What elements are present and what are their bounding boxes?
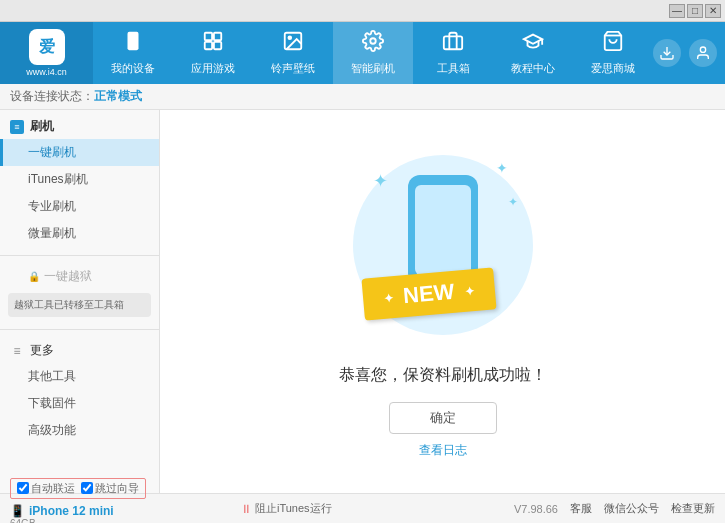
nav-items: 我的设备 应用游戏 铃声壁纸 智能刷机 工具箱 <box>93 22 653 84</box>
title-bar: — □ ✕ <box>0 0 725 22</box>
wechat-link[interactable]: 微信公众号 <box>604 501 659 516</box>
sidebar-flash-label: 刷机 <box>30 118 54 135</box>
stop-icon: ⏸ <box>240 502 252 516</box>
micro-label: 微量刷机 <box>28 226 76 240</box>
auto-connect-input[interactable] <box>17 482 29 494</box>
device-info: 📱 iPhone 12 mini 64GB Down-12mini-13,1 <box>10 504 146 524</box>
logo-icon: 爱 <box>29 29 65 65</box>
tutorial-icon <box>522 30 544 57</box>
logo-url: www.i4.cn <box>26 67 67 77</box>
sidebar-divider-1 <box>0 255 159 256</box>
jailbreak-label: 一键越狱 <box>44 268 92 285</box>
nav-tutorial[interactable]: 教程中心 <box>493 22 573 84</box>
device-storage: 64GB <box>10 518 146 524</box>
sidebar-jailbreak-section: 🔒 一键越狱 越狱工具已转移至工具箱 <box>0 260 159 325</box>
sidebar-jailbreak-header: 🔒 一键越狱 <box>0 264 159 289</box>
phone-small-icon: 📱 <box>10 504 25 518</box>
phone-icon <box>122 30 144 57</box>
sidebar-item-itunes[interactable]: iTunes刷机 <box>0 166 159 193</box>
svg-rect-4 <box>205 42 212 49</box>
success-illustration: ✦ ✦ ✦ NEW <box>343 145 543 345</box>
nav-app-game-label: 应用游戏 <box>191 61 235 76</box>
skip-wizard-label: 跳过向导 <box>95 481 139 496</box>
download-button[interactable] <box>653 39 681 67</box>
nav-right-buttons <box>653 39 725 67</box>
store-icon <box>602 30 624 57</box>
nav-my-device[interactable]: 我的设备 <box>93 22 173 84</box>
svg-rect-0 <box>128 32 139 50</box>
sparkle-icon-3: ✦ <box>508 195 518 209</box>
skip-wizard-input[interactable] <box>81 482 93 494</box>
sidebar-divider-2 <box>0 329 159 330</box>
bottom-bar: 自动联运 跳过向导 📱 iPhone 12 mini 64GB Down-12m… <box>0 493 725 523</box>
nav-store[interactable]: 爱思商城 <box>573 22 653 84</box>
nav-toolbox[interactable]: 工具箱 <box>413 22 493 84</box>
confirm-button[interactable]: 确定 <box>389 402 497 434</box>
auto-connect-checkbox[interactable]: 自动联运 <box>17 481 75 496</box>
logo-area[interactable]: 爱 www.i4.cn <box>0 22 93 84</box>
check-update-link[interactable]: 检查更新 <box>671 501 715 516</box>
stop-itunes-button[interactable]: ⏸ 阻止iTunes运行 <box>240 501 332 516</box>
view-log-link[interactable]: 查看日志 <box>419 442 467 459</box>
sidebar-flash-section: ≡ 刷机 一键刷机 iTunes刷机 专业刷机 微量刷机 <box>0 110 159 251</box>
device-name: iPhone 12 mini <box>29 504 114 518</box>
bottom-right: V7.98.66 客服 微信公众号 检查更新 <box>514 501 715 516</box>
close-button[interactable]: ✕ <box>705 4 721 18</box>
nav-app-game[interactable]: 应用游戏 <box>173 22 253 84</box>
other-tools-label: 其他工具 <box>28 369 76 383</box>
toolbox-icon <box>442 30 464 57</box>
skip-wizard-checkbox[interactable]: 跳过向导 <box>81 481 139 496</box>
flash-section-icon: ≡ <box>10 120 24 134</box>
svg-point-8 <box>370 38 376 44</box>
version-text: V7.98.66 <box>514 503 558 515</box>
status-label: 设备连接状态： <box>10 88 94 105</box>
jailbreak-notice: 越狱工具已转移至工具箱 <box>8 293 151 317</box>
nav-toolbox-label: 工具箱 <box>437 61 470 76</box>
lock-icon: 🔒 <box>28 271 40 282</box>
auto-connect-label: 自动联运 <box>31 481 75 496</box>
jailbreak-notice-text: 越狱工具已转移至工具箱 <box>14 299 124 310</box>
status-value: 正常模式 <box>94 88 142 105</box>
wallpaper-icon <box>282 30 304 57</box>
sidebar-item-other-tools[interactable]: 其他工具 <box>0 363 159 390</box>
new-badge-text: NEW <box>402 278 455 307</box>
svg-rect-5 <box>214 42 221 49</box>
user-button[interactable] <box>689 39 717 67</box>
nav-tutorial-label: 教程中心 <box>511 61 555 76</box>
sidebar-item-pro[interactable]: 专业刷机 <box>0 193 159 220</box>
advanced-label: 高级功能 <box>28 423 76 437</box>
sidebar-more-label: 更多 <box>30 342 54 359</box>
stop-itunes-label: 阻止iTunes运行 <box>255 501 332 516</box>
maximize-button[interactable]: □ <box>687 4 703 18</box>
nav-my-device-label: 我的设备 <box>111 61 155 76</box>
sidebar-item-firmware[interactable]: 下载固件 <box>0 390 159 417</box>
sidebar-item-micro[interactable]: 微量刷机 <box>0 220 159 247</box>
sidebar-item-advanced[interactable]: 高级功能 <box>0 417 159 444</box>
main-content: ✦ ✦ ✦ NEW 恭喜您，保资料刷机成功啦！ 确定 查看日志 <box>160 110 725 493</box>
sidebar: ≡ 刷机 一键刷机 iTunes刷机 专业刷机 微量刷机 🔒 一键越狱 <box>0 110 160 493</box>
more-section-icon: ≡ <box>10 344 24 358</box>
svg-rect-3 <box>214 33 221 40</box>
onekey-label: 一键刷机 <box>28 145 76 159</box>
firmware-label: 下载固件 <box>28 396 76 410</box>
phone-illustration <box>408 175 478 285</box>
logo-letter: 爱 <box>39 37 55 58</box>
minimize-button[interactable]: — <box>669 4 685 18</box>
nav-wallpaper[interactable]: 铃声壁纸 <box>253 22 333 84</box>
success-message: 恭喜您，保资料刷机成功啦！ <box>339 365 547 386</box>
bottom-left: 自动联运 跳过向导 📱 iPhone 12 mini 64GB Down-12m… <box>10 478 230 524</box>
nav-smart-flash-label: 智能刷机 <box>351 61 395 76</box>
itunes-label: iTunes刷机 <box>28 172 88 186</box>
status-bar: 设备连接状态： 正常模式 <box>0 84 725 110</box>
svg-rect-2 <box>205 33 212 40</box>
sidebar-item-onekey[interactable]: 一键刷机 <box>0 139 159 166</box>
pro-label: 专业刷机 <box>28 199 76 213</box>
bottom-center: ⏸ 阻止iTunes运行 <box>230 501 514 516</box>
svg-point-12 <box>700 47 705 52</box>
app-icon <box>202 30 224 57</box>
nav-smart-flash[interactable]: 智能刷机 <box>333 22 413 84</box>
sparkle-icon-2: ✦ <box>496 160 508 176</box>
customer-service-link[interactable]: 客服 <box>570 501 592 516</box>
svg-point-7 <box>288 36 291 39</box>
svg-rect-9 <box>444 36 462 49</box>
